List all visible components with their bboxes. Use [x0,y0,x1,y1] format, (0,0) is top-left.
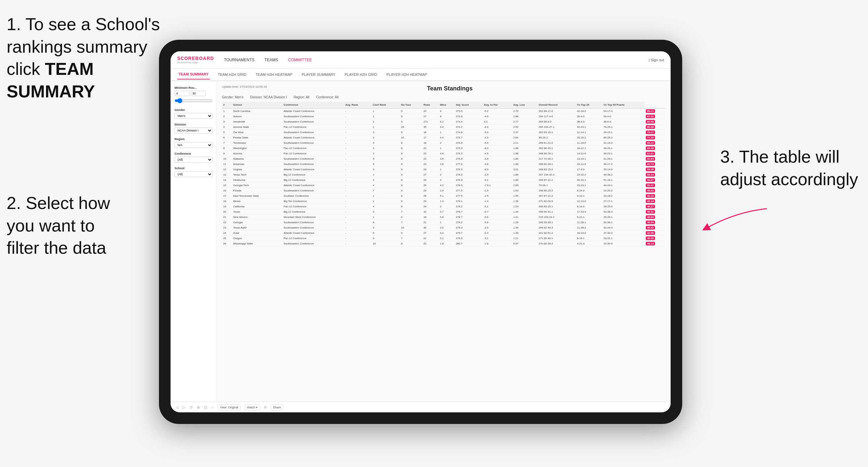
table-cell: 42.98 [645,230,665,236]
table-cell: 4-21-0 [576,241,602,246]
table-cell: 51-18-1 [602,178,645,183]
table-cell: 58.34 [645,172,665,178]
table-cell: 1.86 [512,156,537,162]
table-cell: 6 [372,162,400,167]
table-cell: -5.5 [483,141,512,146]
tab-team-h2h-grid[interactable]: TEAM H2H GRID [217,70,248,79]
table-cell: - [344,193,371,199]
table-cell: Big 12 Conference [282,172,344,178]
table-cell: - [344,188,371,193]
table-cell: 1 [438,220,454,225]
share-button[interactable]: Share [271,404,283,410]
table-cell: 24-25-2 [602,188,645,193]
table-cell: - [344,220,371,225]
table-cell: 1 [438,130,454,135]
table-cell: 9 [400,108,422,114]
table-cell: -2.0 [483,225,512,230]
table-cell: - [344,215,371,220]
table-row: 3VanderbiltSoutheastern Conference-25271… [222,119,665,125]
table-cell: 274.8 [454,130,483,135]
table-cell: 2 [372,135,400,141]
table-row: 15Georgia TechAtlantic Coast Conference-… [222,183,665,188]
table-cell: 0.8 [438,215,454,220]
table-cell: 27-17-1 [602,199,645,204]
table-cell: Illinois [232,199,282,204]
table-cell: Florida [232,188,282,193]
filter-max-input[interactable] [191,91,206,96]
table-cell: 260 83-25-1 [537,204,576,209]
table-cell: Southeastern Conference [282,220,344,225]
table-cell: 4 [372,141,400,146]
instruction-2-line1: 2. Select how [7,193,110,213]
filter-region-select[interactable]: N/A All [175,142,213,148]
table-cell: 20-39-1 [602,220,645,225]
table-cell: 277.5 [454,188,483,193]
col-overall-record: Overall Record [537,102,576,108]
nav-teams[interactable]: TEAMS [265,57,278,63]
table-cell: 279.5 [454,236,483,241]
tab-player-h2h-heatmap[interactable]: PLAYER H2H HEATMAP [385,70,429,79]
table-cell: Atlantic Coast Conference [282,183,344,188]
nav-committee[interactable]: COMMITTEE [288,57,312,63]
table-cell: 1.98 [512,146,537,151]
table-cell: Auburn [232,114,282,119]
tab-player-summary[interactable]: PLAYER SUMMARY [300,70,337,79]
view-original-button[interactable]: View: Original [218,404,241,410]
sign-out-button[interactable]: | Sign out [649,58,664,62]
tab-team-summary[interactable]: TEAM SUMMARY [177,69,210,80]
filter-school-select[interactable]: (All) [175,171,213,177]
table-cell: 1 [372,215,400,220]
table-cell: -5.1 [483,178,512,183]
table-cell: 0.1 [438,236,454,241]
table-cell: 31-19-0 [602,141,645,146]
table-cell: 9 [400,188,422,193]
table-cell: 60-29-2 [602,135,645,141]
table-cell: 14-21-0 [576,151,602,156]
content-area: Minimum Rou... Gender Men's Women's [170,81,671,412]
table-cell: 1.98 [512,151,537,156]
table-cell: Arizona State [232,125,282,130]
table-cell: 54-4-0 [602,114,645,119]
table-cell: 269 95-6-0 [537,119,576,125]
filter-division-select[interactable]: NCAA Division I NCAA Division II NCAA Di… [175,127,213,133]
table-cell: 33-38-4 [602,209,645,215]
table-cell: 59.28 [645,167,665,172]
tab-team-h2h-heatmap[interactable]: TEAM H2H HEATMAP [254,70,294,79]
table-cell: 267 104-42-3 [537,172,576,178]
table-cell: 42-18-0 [576,108,602,114]
table-cell: -7.6-1 [483,183,512,188]
table-cell: 3 [372,209,400,215]
tab-player-h2h-grid[interactable]: PLAYER H2H GRID [343,70,378,79]
table-cell: 12-14-1 [576,130,602,135]
filter-school: School (All) [175,166,213,177]
filter-conference-select[interactable]: (All) [175,157,213,163]
table-cell: 9 [372,225,400,230]
table-cell: 80.58 [645,119,665,125]
table-cell: 17-33-4 [576,209,602,215]
table-cell: 3 [372,167,400,172]
table-cell: -6.0 [483,146,512,151]
table-cell: 27 [422,230,439,236]
filter-gender-select[interactable]: Men's Women's [175,113,213,119]
watch-button[interactable]: Watch ▾ [245,404,260,410]
table-row: 17East Tennessee StateSouthern Conferenc… [222,193,665,199]
table-cell: 258 80-25-2 [537,188,576,193]
table-cell: 33-44-3 [602,225,645,230]
table-cell: 1 [372,125,400,130]
table-cell: Texas [232,209,282,215]
table-cell: Duke [232,230,282,236]
table-cell: 10 [400,225,422,230]
table-cell: Virginia [232,167,282,172]
nav-tournaments[interactable]: TOURNAMENTS [224,57,254,63]
filter-min-input[interactable] [175,91,189,96]
table-cell: 1.90 [512,162,537,167]
table-cell: 11-19-0 [576,141,602,146]
table-cell: 277.5 [454,193,483,199]
filter-rounds-slider[interactable] [175,98,213,103]
table-cell: 8 [400,204,422,209]
table-cell: 18 [422,130,439,135]
table-cell: 262 86-25-1 [537,146,576,151]
table-cell: 23 [422,151,439,156]
table-cell: 87.21 [645,114,665,119]
table-cell: - [344,199,371,204]
